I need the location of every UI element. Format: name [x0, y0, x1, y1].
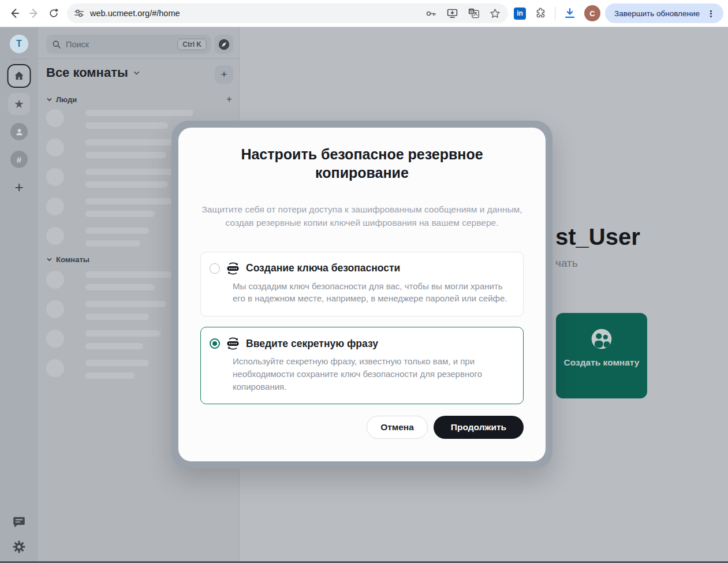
site-settings-icon[interactable] [74, 8, 84, 18]
star-icon: ★ [14, 97, 24, 111]
chat-bubble-icon [12, 515, 26, 529]
url-text: web.ucmeet.org/#/home [90, 9, 420, 18]
explore-rooms-button[interactable] [214, 35, 233, 54]
spaces-rail: T ★ # + [0, 27, 38, 563]
radio-selected[interactable] [210, 338, 220, 349]
address-bar[interactable]: web.ucmeet.org/#/home G [67, 3, 508, 23]
feedback-button[interactable] [12, 515, 26, 529]
create-room-tile[interactable]: Создать комнату [556, 313, 647, 398]
rooms-filter-header[interactable]: Все комнаты [46, 65, 140, 80]
rooms-button[interactable]: # [10, 151, 28, 168]
rooms-skeleton-list [46, 271, 172, 389]
dialog-description: Защитите себя от потери доступа к зашифр… [200, 203, 524, 230]
section-people[interactable]: Люди + [46, 94, 232, 105]
option-description: Используйте секретную фразу, известную т… [233, 355, 510, 393]
plus-icon: + [14, 178, 23, 196]
section-rooms-label: Комнаты [56, 255, 89, 264]
skeleton-list-item [46, 330, 172, 349]
compass-icon [218, 38, 230, 51]
extensions-puzzle-icon[interactable] [534, 7, 547, 20]
create-room-label: Создать комнату [564, 357, 640, 368]
browser-profile-avatar[interactable]: C [584, 5, 600, 21]
favourites-button[interactable]: ★ [8, 93, 30, 115]
chevron-down-icon [46, 96, 53, 103]
secure-backup-dialog: Настроить безопасное резервное копирован… [178, 128, 546, 461]
install-app-icon[interactable] [446, 8, 458, 20]
section-people-label: Люди [56, 95, 77, 104]
rail-divider [11, 59, 27, 59]
linkedin-extension-icon[interactable]: in [514, 8, 526, 20]
security-key-icon [225, 262, 241, 275]
gear-icon [12, 540, 26, 554]
welcome-heading-truncated: st_User [555, 224, 640, 250]
option-title: Введите секретную фразу [246, 338, 378, 350]
welcome-subheading-truncated: чать [555, 257, 578, 270]
skeleton-list-item [46, 109, 193, 129]
translate-icon[interactable]: G [468, 8, 480, 20]
bookmark-star-icon[interactable] [489, 8, 501, 20]
search-placeholder: Поиск [66, 40, 177, 49]
add-space-button[interactable]: + [14, 178, 23, 196]
user-avatar[interactable]: T [10, 35, 28, 53]
home-space-button[interactable] [8, 64, 31, 88]
app-window: T ★ # + Поиск Ctrl K Все комнаты [0, 27, 728, 563]
forward-button[interactable] [24, 3, 44, 23]
dialog-title: Настроить безопасное резервное копирован… [223, 145, 501, 182]
back-button[interactable] [5, 3, 24, 23]
home-icon [13, 70, 25, 82]
skeleton-list-item [46, 300, 172, 320]
option-generate-security-key[interactable]: Создание ключа безопасности Мы создадим … [200, 252, 524, 317]
add-room-button[interactable]: + [215, 65, 233, 84]
search-shortcut-badge: Ctrl K [177, 39, 207, 50]
continue-button[interactable]: Продолжить [434, 416, 524, 439]
reload-icon [48, 8, 59, 19]
panel-divider [38, 58, 239, 59]
skeleton-list-item [46, 271, 172, 290]
skeleton-list-item [46, 359, 172, 379]
radio-unselected[interactable] [210, 263, 220, 274]
option-description: Мы создадим ключ безопасности для вас, ч… [233, 280, 510, 305]
chevron-down-icon [133, 69, 140, 77]
chevron-down-icon [46, 256, 53, 263]
browser-toolbar: web.ucmeet.org/#/home G in C Завершить о… [0, 0, 728, 27]
security-key-icon [225, 337, 241, 350]
toolbar-separator [555, 7, 555, 20]
svg-text:G: G [470, 9, 473, 14]
rooms-filter-label: Все комнаты [46, 65, 128, 80]
option-title: Создание ключа безопасности [246, 262, 400, 274]
reload-button[interactable] [44, 3, 64, 23]
search-icon [52, 40, 61, 49]
browser-menu-icon[interactable]: ⋮ [704, 8, 718, 19]
password-key-icon[interactable] [425, 8, 437, 20]
forward-arrow-icon [28, 8, 40, 19]
modal-outer-ring: Настроить безопасное резервное копирован… [171, 121, 552, 468]
settings-button[interactable] [12, 540, 26, 554]
finish-update-label: Завершить обновление [614, 9, 700, 18]
people-group-icon [590, 327, 613, 351]
cancel-button[interactable]: Отмена [367, 416, 428, 439]
hash-icon: # [17, 155, 21, 165]
add-person-button[interactable]: + [226, 94, 232, 105]
option-enter-security-phrase[interactable]: Введите секретную фразу Используйте секр… [200, 327, 524, 404]
person-icon [14, 127, 24, 137]
plus-icon: + [221, 68, 227, 81]
people-button[interactable] [10, 123, 28, 140]
download-icon[interactable] [563, 7, 576, 20]
search-input[interactable]: Поиск Ctrl K [46, 35, 211, 54]
back-arrow-icon [9, 8, 20, 19]
finish-update-button[interactable]: Завершить обновление ⋮ [605, 3, 723, 23]
